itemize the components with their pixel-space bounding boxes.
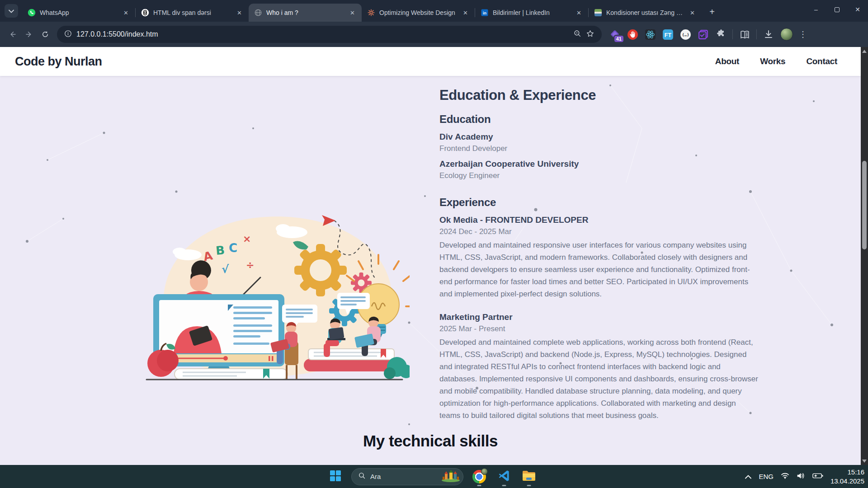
tab-title: Bildirimler | LinkedIn xyxy=(493,9,570,16)
tray-time: 15:16 xyxy=(830,468,864,477)
taskbar-search[interactable]: Ara xyxy=(351,468,463,485)
tab-close-icon[interactable]: ✕ xyxy=(121,9,131,17)
language-indicator[interactable]: ENG xyxy=(759,473,774,480)
education-illustration: A B C × ÷ √ xyxy=(133,192,410,382)
nav-works[interactable]: Works xyxy=(760,56,785,66)
chrome-icon xyxy=(472,470,486,483)
running-indicator xyxy=(502,485,506,486)
toolbar-separator xyxy=(756,29,757,39)
section-title: Education & Experience xyxy=(439,87,596,103)
tab-close-icon[interactable]: ✕ xyxy=(574,9,584,17)
tab-claude[interactable]: Optimizing Website Design ✕ xyxy=(362,4,475,22)
tray-clock[interactable]: 15:16 13.04.2025 xyxy=(830,468,864,485)
toolbar-separator xyxy=(732,29,733,39)
education-heading: Education xyxy=(439,113,491,126)
job-title: Marketing Partner xyxy=(439,312,513,322)
forward-button[interactable] xyxy=(21,26,37,42)
chatgpt-icon xyxy=(141,9,149,17)
vscode-icon xyxy=(498,469,510,484)
scroll-down-arrow[interactable] xyxy=(862,459,867,463)
tab-chatgpt[interactable]: HTML div span dərsi ✕ xyxy=(136,4,249,22)
maximize-button[interactable] xyxy=(826,0,847,19)
wifi-icon[interactable] xyxy=(781,472,789,481)
taskbar-vscode[interactable] xyxy=(495,466,513,487)
extension-row: 41 FT (…) xyxy=(609,28,807,41)
tab-title: WhatsApp xyxy=(40,9,117,16)
zoom-page-icon[interactable] xyxy=(573,29,581,39)
battery-icon[interactable] xyxy=(812,473,823,481)
extensions-puzzle-icon[interactable] xyxy=(715,28,726,40)
tray-date: 13.04.2025 xyxy=(830,477,864,486)
volume-icon[interactable] xyxy=(797,472,805,481)
job-description: Developed and maintained complete web ap… xyxy=(439,336,759,422)
system-tray: ENG 15:16 13.04.2025 xyxy=(745,465,864,488)
address-bar[interactable]: 127.0.0.1:5500/index.htm xyxy=(57,26,602,43)
education-role: Ecology Engineer xyxy=(439,171,500,180)
taskbar-chrome[interactable] xyxy=(470,466,488,487)
browser-profile-avatar[interactable] xyxy=(780,28,793,41)
extension-badge: 41 xyxy=(613,35,624,43)
file-explorer-icon xyxy=(522,470,536,483)
start-button[interactable] xyxy=(326,466,344,487)
search-placeholder: Ara xyxy=(370,473,437,480)
desktop-screen: WhatsApp ✕ HTML div span dərsi ✕ Who i a… xyxy=(0,0,868,488)
globe-icon xyxy=(254,9,262,17)
vpn-extension-icon[interactable]: 41 xyxy=(609,28,621,40)
search-daily-image[interactable] xyxy=(441,469,460,484)
browser-menu-icon[interactable]: ⋮ xyxy=(799,29,807,39)
tab-who-i-am-active[interactable]: Who i am ? ✕ xyxy=(249,4,362,22)
skills-title: My technical skills xyxy=(0,432,861,450)
tab-close-icon[interactable]: ✕ xyxy=(348,9,357,17)
chevron-down-icon xyxy=(9,7,14,15)
back-button[interactable] xyxy=(5,26,21,42)
maximize-icon xyxy=(835,7,840,12)
site-header: Code by Nurlan About Works Contact xyxy=(0,47,861,76)
svg-text:÷: ÷ xyxy=(246,259,254,271)
chrome-profile-badge xyxy=(481,468,488,475)
close-button[interactable]: ✕ xyxy=(847,0,868,19)
tab-search-button[interactable] xyxy=(5,4,18,18)
tab-title: HTML div span dərsi xyxy=(153,9,231,16)
nav-about[interactable]: About xyxy=(715,56,739,66)
react-devtools-icon[interactable] xyxy=(644,28,656,40)
tab-close-icon[interactable]: ✕ xyxy=(235,9,244,17)
browser-toolbar: 127.0.0.1:5500/index.htm 41 FT xyxy=(0,22,868,47)
svg-text:FT: FT xyxy=(664,32,671,38)
nav-contact[interactable]: Contact xyxy=(806,56,837,66)
downloads-icon[interactable] xyxy=(763,28,774,40)
tray-chevron-up-icon[interactable] xyxy=(745,473,751,481)
page-scrollbar[interactable] xyxy=(861,47,868,465)
job-period: 2024 Dec - 2025 Mar xyxy=(439,227,512,236)
scrollbar-thumb[interactable] xyxy=(862,161,867,249)
code-formatter-icon[interactable]: (…) xyxy=(679,28,691,40)
tab-kondisioner[interactable]: Kondisioner ustası Zəng Ed ✕ xyxy=(589,4,702,22)
browser-tab-strip: WhatsApp ✕ HTML div span dərsi ✕ Who i a… xyxy=(0,0,868,22)
reload-button[interactable] xyxy=(37,26,53,42)
tab-whatsapp[interactable]: WhatsApp ✕ xyxy=(22,4,135,22)
claude-icon xyxy=(367,9,375,17)
taskbar-explorer[interactable] xyxy=(520,466,538,487)
reading-list-book-icon[interactable] xyxy=(739,28,750,40)
adblock-extension-icon[interactable] xyxy=(627,28,638,40)
whatsapp-icon xyxy=(28,9,36,17)
url-text[interactable]: 127.0.0.1:5500/index.htm xyxy=(76,30,569,38)
tab-close-icon[interactable]: ✕ xyxy=(688,9,697,17)
tab-close-icon[interactable]: ✕ xyxy=(461,9,470,17)
minimize-button[interactable]: – xyxy=(806,0,826,19)
site-nav: About Works Contact xyxy=(694,56,837,66)
web-page: Code by Nurlan About Works Contact Educa… xyxy=(0,47,861,465)
bookmark-star-icon[interactable] xyxy=(586,29,594,40)
windows-logo-icon xyxy=(330,470,341,483)
windows-taskbar: Ara xyxy=(0,465,868,488)
scroll-up-arrow[interactable] xyxy=(862,49,867,53)
fonts-extension-icon[interactable]: FT xyxy=(662,28,674,40)
svg-text:in: in xyxy=(483,11,486,15)
tab-linkedin[interactable]: in Bildirimler | LinkedIn ✕ xyxy=(475,4,588,22)
new-tab-button[interactable]: + xyxy=(705,5,719,19)
window-controls: – ✕ xyxy=(806,0,868,19)
session-check-extension-icon[interactable] xyxy=(697,28,709,40)
site-brand[interactable]: Code by Nurlan xyxy=(15,55,102,69)
site-info-icon[interactable] xyxy=(64,30,72,39)
experience-heading: Experience xyxy=(439,196,496,209)
photo-favicon xyxy=(594,9,602,17)
